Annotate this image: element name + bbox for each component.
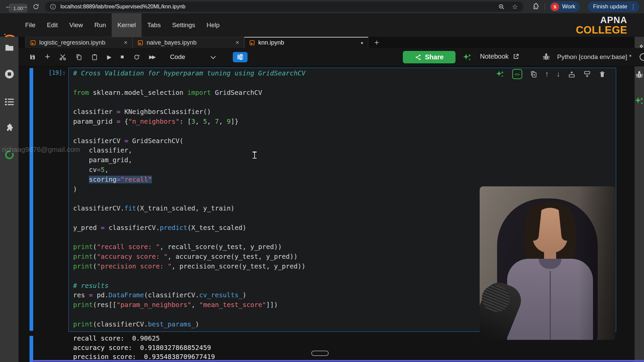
notebook-file-icon xyxy=(138,40,143,46)
menu-item-settings[interactable]: Settings xyxy=(166,13,201,37)
cell-hover-toolbar: <> ↑ ↓ xyxy=(496,69,606,79)
chrome-separator xyxy=(545,3,545,10)
url-bar[interactable]: localhost:8889/lab/tree/Supervised%20ML/… xyxy=(45,2,523,12)
share-label: Share xyxy=(425,53,444,61)
text-cursor-ibeam xyxy=(252,152,257,159)
ai-sparkles-cell-icon[interactable] xyxy=(496,70,504,78)
video-shadow xyxy=(578,186,615,340)
menu-item-kernel[interactable]: Kernel xyxy=(112,13,142,37)
kernel-name-label[interactable]: Python [conda env:base] * xyxy=(557,53,632,61)
table-of-contents-icon[interactable] xyxy=(5,98,14,106)
cell-output-collapser[interactable] xyxy=(30,336,33,362)
running-kernels-icon[interactable] xyxy=(4,69,14,79)
insert-cell-button[interactable]: + xyxy=(45,51,50,62)
tab-close-icon[interactable]: × xyxy=(235,39,239,46)
cell-type-dropdown[interactable]: Code xyxy=(170,53,215,61)
browser-toolbar: 1.00 ← → localhost:8889/lab/tree/Supervi… xyxy=(0,0,644,13)
move-cell-down-icon[interactable]: ↓ xyxy=(556,70,560,78)
right-activity-bar xyxy=(635,37,644,362)
email-watermark: richaag9876@gmail.com xyxy=(2,145,80,154)
cut-cells-button[interactable] xyxy=(59,53,66,61)
brand-line2: COLLEGE xyxy=(576,25,627,35)
debugger-toolbar-bug-icon[interactable] xyxy=(542,53,550,61)
restart-run-all-button[interactable]: ▶▶ xyxy=(149,54,155,60)
ai-sparkles-rail-icon[interactable] xyxy=(634,96,644,106)
notebook-toolbar: + ▶ ■ ▶▶ Code xyxy=(18,48,644,66)
browser-reload-icon[interactable] xyxy=(32,3,40,10)
external-link-icon xyxy=(513,53,519,60)
left-activity-bar xyxy=(0,37,18,362)
menu-item-tabs[interactable]: Tabs xyxy=(142,13,166,37)
site-info-icon[interactable] xyxy=(50,3,56,10)
new-tab-button[interactable]: + xyxy=(368,37,385,48)
code-lines[interactable]: # Cross Validation for hyperparam tuning… xyxy=(73,69,306,329)
bottom-accent-bar xyxy=(31,360,644,362)
menu-item-edit[interactable]: Edit xyxy=(41,13,64,37)
interrupt-kernel-button[interactable]: ■ xyxy=(120,54,124,60)
tab-label: knn.ipynb xyxy=(258,39,284,46)
browser-profile-chip[interactable]: S Work xyxy=(549,1,580,12)
zoom-in-page-icon[interactable] xyxy=(498,3,505,10)
notebook-file-icon xyxy=(249,40,255,46)
execution-count: [19]: xyxy=(30,69,66,76)
avatar: S xyxy=(551,3,559,11)
browser-menu-kebab-icon[interactable]: ⋮ xyxy=(630,3,636,10)
notebook-tabbar: logistic_regression.ipynb × naive_bayes.… xyxy=(18,37,635,48)
profile-name: Work xyxy=(562,3,575,10)
extension-manager-icon[interactable] xyxy=(5,123,14,133)
notebook-link-label: Notebook xyxy=(480,53,509,60)
cell-toolbar-settings-button[interactable] xyxy=(233,52,248,62)
output-line: recall score: 0.90625 xyxy=(73,334,215,343)
kernel-status-idle-icon xyxy=(640,53,644,61)
hoodie-zipper xyxy=(550,271,551,340)
chevron-down-icon xyxy=(211,54,216,59)
url-text: localhost:8889/lab/tree/Supervised%20ML/… xyxy=(60,4,185,10)
screen: 1.00 ← → localhost:8889/lab/tree/Supervi… xyxy=(0,0,644,362)
brand-line1: APNA xyxy=(576,16,627,25)
jupyterlab-menubar: File Edit View Run Kernel Tabs Settings … xyxy=(0,13,644,37)
insert-cell-above-icon[interactable] xyxy=(568,70,576,78)
output-line: accuracy score: 0.9180327868852459 xyxy=(73,343,215,353)
extensions-puzzle-icon[interactable] xyxy=(532,3,539,10)
run-cell-button[interactable]: ▶ xyxy=(107,54,111,61)
bookmark-star-icon[interactable]: ☆ xyxy=(512,3,518,11)
menu-item-file[interactable]: File xyxy=(19,13,41,37)
apna-college-logo: APNA COLLEGE xyxy=(576,16,627,35)
tab-label: logistic_regression.ipynb xyxy=(39,39,105,46)
menu-item-view[interactable]: View xyxy=(63,13,89,37)
menu-items: File Edit View Run Kernel Tabs Settings … xyxy=(19,13,225,37)
tab-knn[interactable]: knn.ipynb ● xyxy=(244,37,368,48)
share-icon xyxy=(415,54,422,61)
paste-cells-button[interactable] xyxy=(91,53,98,61)
unsaved-dot-icon: ● xyxy=(361,40,363,45)
browser-forward-icon[interactable]: → xyxy=(21,2,28,10)
file-browser-icon[interactable] xyxy=(5,44,14,52)
scrollbar-pill[interactable] xyxy=(311,351,329,356)
notebook-file-icon xyxy=(30,40,36,46)
tab-logistic-regression[interactable]: logistic_regression.ipynb × xyxy=(25,37,132,48)
notebook-external-link[interactable]: Notebook xyxy=(480,53,519,60)
format-code-button[interactable]: <> xyxy=(512,69,522,79)
restart-kernel-button[interactable] xyxy=(133,54,140,61)
finish-update-button[interactable]: Finish update ⋮ xyxy=(588,1,639,12)
tab-label: naive_bayes.ipynb xyxy=(147,39,197,46)
copy-cells-button[interactable] xyxy=(75,53,82,61)
duplicate-cell-button[interactable] xyxy=(530,70,537,78)
move-cell-up-icon[interactable]: ↑ xyxy=(545,70,549,78)
presenter-video-overlay[interactable] xyxy=(480,186,615,340)
debugger-bug-icon[interactable] xyxy=(635,70,643,79)
ai-sparkles-toolbar-icon[interactable] xyxy=(463,53,472,62)
browser-back-icon[interactable]: ← xyxy=(5,2,12,10)
save-button[interactable] xyxy=(29,54,36,60)
insert-cell-below-icon[interactable] xyxy=(583,70,591,78)
share-button[interactable]: Share xyxy=(403,51,455,63)
cell-type-value: Code xyxy=(170,53,185,61)
menu-item-help[interactable]: Help xyxy=(201,13,225,37)
cell-output: recall score: 0.90625accuracy score: 0.9… xyxy=(73,334,215,362)
finish-update-label: Finish update xyxy=(593,3,627,10)
menu-item-run[interactable]: Run xyxy=(89,13,112,37)
cell-input-collapser[interactable] xyxy=(30,68,33,331)
tab-naive-bayes[interactable]: naive_bayes.ipynb × xyxy=(132,37,244,48)
tab-close-icon[interactable]: × xyxy=(124,39,127,46)
delete-cell-trash-icon[interactable] xyxy=(599,70,606,78)
